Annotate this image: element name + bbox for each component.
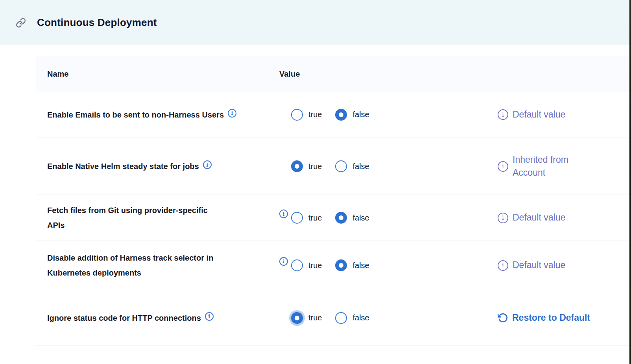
setting-name: Fetch files from Git using provider-spec… — [47, 203, 208, 233]
radio-false[interactable]: false — [335, 259, 369, 271]
info-icon[interactable]: i — [279, 210, 288, 218]
radio-false[interactable]: false — [335, 212, 369, 224]
setting-name: Enable Emails to be sent to non-Harness … — [47, 107, 224, 122]
table-row: Enable Emails to be sent to non-Harness … — [36, 92, 629, 138]
setting-name: Disable addition of Harness track select… — [47, 250, 213, 280]
table-row: Ignore status code for HTTP connections … — [36, 290, 629, 346]
setting-status-cell: i Default value — [498, 108, 629, 121]
column-header-value: Value — [279, 70, 300, 79]
radio-circle-icon[interactable] — [335, 212, 347, 224]
setting-name-cell: Disable addition of Harness track select… — [36, 250, 279, 280]
radio-true[interactable]: true — [291, 212, 322, 224]
setting-name-cell: Fetch files from Git using provider-spec… — [36, 203, 279, 233]
info-icon[interactable]: i — [205, 312, 214, 321]
setting-value-cell: true false — [279, 109, 462, 121]
table-row: Enable Native Helm steady state for jobs… — [36, 138, 629, 195]
link-icon[interactable] — [16, 18, 26, 28]
setting-status-cell: i Inherited from Account — [498, 153, 629, 180]
radio-true[interactable]: true — [291, 109, 322, 121]
setting-value-cell: i true false — [279, 212, 462, 224]
table-row: Fetch files from Git using provider-spec… — [36, 195, 629, 241]
setting-value-cell: i true false — [279, 259, 462, 271]
radio-circle-icon[interactable] — [291, 109, 303, 121]
settings-table: Name Value Enable Emails to be sent to n… — [36, 56, 629, 346]
radio-circle-icon[interactable] — [291, 312, 303, 324]
setting-name: Enable Native Helm steady state for jobs — [47, 159, 199, 174]
setting-name-cell: Ignore status code for HTTP connections … — [36, 311, 279, 325]
status-label: Default value — [513, 211, 565, 224]
table-header-row: Name Value — [36, 56, 629, 92]
radio-circle-icon[interactable] — [335, 312, 347, 324]
restore-icon — [498, 313, 508, 323]
icon-slot: i — [279, 213, 291, 222]
info-icon[interactable]: i — [228, 109, 236, 118]
info-circle-icon[interactable]: i — [498, 260, 508, 271]
radio-circle-icon[interactable] — [291, 259, 303, 271]
radio-circle-icon[interactable] — [335, 160, 347, 172]
info-circle-icon[interactable]: i — [498, 161, 508, 172]
info-icon[interactable]: i — [203, 160, 212, 169]
radio-true[interactable]: true — [291, 160, 322, 172]
radio-true[interactable]: true — [291, 312, 322, 324]
section-header: Continuous Deployment — [0, 0, 629, 45]
radio-circle-icon[interactable] — [291, 160, 303, 172]
radio-false[interactable]: false — [335, 109, 369, 121]
restore-label: Restore to Default — [512, 313, 590, 323]
info-circle-icon[interactable]: i — [498, 109, 508, 120]
table-row: Disable addition of Harness track select… — [36, 241, 629, 290]
info-circle-icon[interactable]: i — [498, 213, 508, 223]
radio-circle-icon[interactable] — [335, 259, 347, 271]
page-title: Continuous Deployment — [37, 17, 157, 29]
radio-circle-icon[interactable] — [335, 109, 347, 121]
status-label: Default value — [513, 108, 565, 121]
screen-edge-strip — [629, 0, 631, 364]
radio-circle-icon[interactable] — [291, 212, 303, 224]
setting-value-cell: true false — [279, 160, 462, 172]
setting-name: Ignore status code for HTTP connections — [47, 311, 201, 325]
radio-false[interactable]: false — [335, 312, 369, 324]
restore-to-default-button[interactable]: Restore to Default — [498, 313, 590, 323]
setting-name-cell: Enable Emails to be sent to non-Harness … — [36, 107, 279, 122]
radio-true[interactable]: true — [291, 259, 322, 271]
status-label: Default value — [513, 259, 565, 272]
info-icon[interactable]: i — [279, 257, 288, 266]
setting-name-cell: Enable Native Helm steady state for jobs… — [36, 159, 279, 174]
column-header-name: Name — [36, 70, 279, 79]
setting-status-cell: i Default value — [498, 211, 629, 224]
radio-false[interactable]: false — [335, 160, 369, 172]
icon-slot: i — [279, 261, 291, 270]
setting-status-cell: i Default value — [498, 259, 629, 272]
setting-status-cell: Restore to Default — [498, 313, 629, 323]
settings-page: Continuous Deployment Name Value Enable … — [0, 0, 631, 364]
setting-value-cell: true false — [279, 312, 462, 324]
status-label: Inherited from Account — [513, 153, 589, 180]
